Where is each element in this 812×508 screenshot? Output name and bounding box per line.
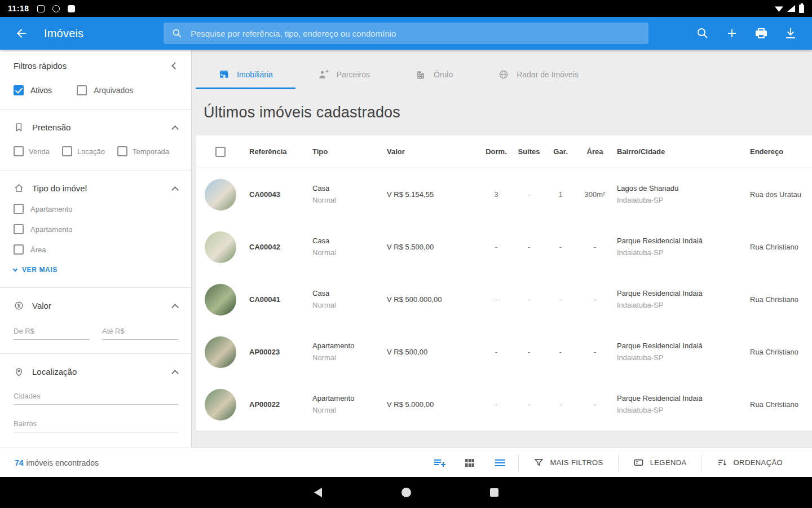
android-nav-bar: [0, 477, 812, 508]
property-bairro: Parque Residencial Indaiá: [617, 288, 735, 299]
list-view-icon: [493, 456, 507, 470]
property-type: Apartamento: [312, 340, 382, 352]
tab-radar-de-imoveis[interactable]: Radar de Imóveis: [475, 61, 601, 89]
valor-de-input[interactable]: [14, 325, 90, 340]
col-valor: Valor: [387, 147, 483, 156]
property-value: V R$ 500,00: [387, 348, 483, 356]
section-title: Últimos imóveis cadastrados: [204, 104, 812, 121]
checkbox-locacao[interactable]: [62, 146, 72, 156]
chevron-up-icon: [171, 125, 179, 133]
property-bairro: Parque Residencial Indaiá: [617, 235, 735, 247]
option-locacao[interactable]: Locação: [62, 146, 105, 156]
download-button[interactable]: [783, 25, 798, 41]
property-photo: [205, 179, 236, 211]
chevron-down-icon: [13, 266, 17, 271]
building-icon: [415, 69, 426, 80]
property-dorm: 3: [483, 190, 514, 199]
checkbox-apartamento-2[interactable]: [14, 224, 24, 234]
bairros-input[interactable]: [14, 417, 178, 432]
property-bairro: Lagos de Shanadu: [617, 183, 735, 194]
playlist-add-button[interactable]: [431, 455, 447, 471]
property-endereco: Rua Christiano: [740, 348, 812, 356]
filter-arquivados[interactable]: Arquivados: [77, 85, 133, 95]
col-bairro-cidade: Bairro/Cidade: [617, 147, 740, 156]
printer-icon: [754, 27, 768, 40]
sort-icon: [717, 457, 727, 468]
select-all-checkbox[interactable]: [215, 147, 226, 157]
location-pin-icon: [14, 366, 24, 377]
page-title: Imóveis: [44, 27, 83, 40]
checkbox-ativos[interactable]: [14, 85, 24, 95]
property-value: V R$ 500.000,00: [387, 295, 483, 304]
property-endereco: Rua Christiano: [740, 400, 812, 409]
property-area: -: [577, 243, 617, 251]
table-row[interactable]: AP00023 ApartamentoNormal V R$ 500,00 - …: [196, 326, 812, 378]
property-ref: AP00023: [249, 348, 312, 356]
option-apartamento-1[interactable]: Apartamento: [14, 204, 178, 214]
globe-icon: [498, 69, 509, 80]
valor-ate-input[interactable]: [102, 325, 178, 340]
tab-imobiliaria[interactable]: Imobiliária: [196, 61, 295, 89]
playlist-add-icon: [433, 456, 446, 470]
section-tipo-imovel[interactable]: Tipo do imóvel: [14, 183, 178, 194]
checkbox-arquivados[interactable]: [77, 85, 87, 95]
footer-bar: 74 imóveis encontrados MAIS FILTROS LEGE…: [0, 448, 812, 477]
collapse-sidebar-icon: [171, 62, 179, 69]
list-view-button[interactable]: [492, 455, 508, 471]
sidebar-header[interactable]: Filtros rápidos: [14, 61, 178, 71]
property-suites: -: [514, 348, 548, 356]
section-localizacao[interactable]: Localização: [14, 366, 178, 377]
filter-ativos[interactable]: Ativos: [14, 85, 52, 95]
nav-back-button[interactable]: [310, 485, 326, 501]
property-suites: -: [514, 295, 548, 304]
col-referencia: Referência: [249, 147, 312, 156]
property-suites: -: [514, 400, 548, 409]
property-type: Casa: [312, 183, 382, 194]
nav-recents-button[interactable]: [486, 485, 502, 501]
arrow-left-icon: [15, 27, 28, 40]
property-gar: 1: [548, 190, 577, 199]
checkbox-area[interactable]: [14, 244, 24, 255]
table-row[interactable]: CA00041 CasaNormal V R$ 500.000,00 - - -…: [196, 273, 812, 326]
legend-card-icon: [633, 457, 644, 468]
android-status-bar: 11:18: [0, 0, 812, 17]
property-ref: CA00041: [249, 295, 312, 304]
search-action-button[interactable]: [695, 25, 710, 41]
storefront-icon: [218, 69, 230, 80]
property-bairro: Parque Residencial Indaiá: [617, 393, 735, 404]
grid-view-button[interactable]: [462, 455, 478, 471]
option-venda[interactable]: Venda: [14, 146, 50, 156]
ver-mais-link[interactable]: VER MAIS: [14, 266, 178, 274]
checkbox-temporada[interactable]: [117, 146, 127, 156]
property-area: 300m²: [577, 190, 617, 199]
add-property-button[interactable]: [724, 25, 740, 41]
checkbox-venda[interactable]: [14, 146, 24, 156]
search-box[interactable]: [164, 23, 648, 44]
table-row[interactable]: AP00022 ApartamentoNormal V R$ 5.000,00 …: [196, 378, 812, 431]
option-temporada[interactable]: Temporada: [117, 146, 169, 156]
ordenacao-button[interactable]: ORDENAÇÃO: [702, 448, 797, 478]
section-pretensao[interactable]: Pretensão: [14, 122, 178, 133]
cidades-input[interactable]: [14, 389, 178, 405]
legenda-button[interactable]: LEGENDA: [619, 448, 701, 478]
screen: 11:18 Imóveis: [0, 0, 812, 508]
wifi-icon: [775, 5, 783, 12]
search-input[interactable]: [191, 29, 641, 38]
back-button[interactable]: [14, 25, 29, 41]
table-row[interactable]: CA00042 CasaNormal V R$ 5.500,00 - - - -…: [196, 221, 812, 273]
nav-home-button[interactable]: [398, 485, 414, 501]
table-row[interactable]: CA00043 CasaNormal V R$ 5.154,55 3 - 1 3…: [196, 168, 812, 221]
tab-parceiros[interactable]: Parceiros: [295, 61, 392, 89]
divider: [0, 109, 191, 110]
property-type: Apartamento: [312, 393, 382, 404]
property-dorm: -: [483, 400, 514, 409]
print-button[interactable]: [753, 25, 769, 41]
property-subtype: Normal: [312, 195, 382, 206]
mais-filtros-button[interactable]: MAIS FILTROS: [519, 448, 618, 478]
checkbox-apartamento-1[interactable]: [14, 204, 24, 214]
option-area[interactable]: Área: [14, 244, 178, 255]
option-apartamento-2[interactable]: Apartamento: [14, 224, 178, 234]
col-suites: Suítes: [514, 147, 548, 156]
section-valor[interactable]: Valor: [14, 300, 178, 311]
tab-orulo[interactable]: Órulo: [392, 61, 475, 89]
